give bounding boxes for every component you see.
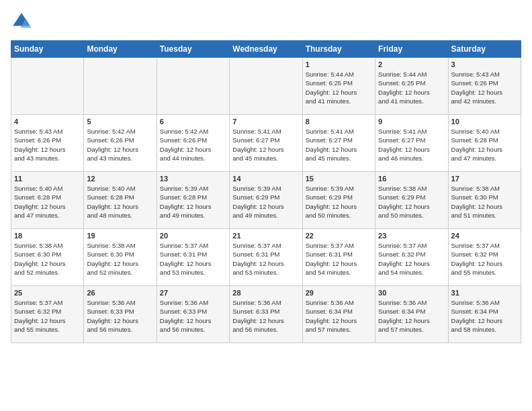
day-info: Sunrise: 5:38 AM Sunset: 6:30 PM Dayligh… — [14, 241, 81, 277]
day-info: Sunrise: 5:44 AM Sunset: 6:25 PM Dayligh… — [306, 70, 372, 105]
calendar-header: SundayMondayTuesdayWednesdayThursdayFrid… — [11, 41, 521, 58]
week-row-2: 4Sunrise: 5:43 AM Sunset: 6:26 PM Daylig… — [11, 115, 521, 172]
day-info: Sunrise: 5:36 AM Sunset: 6:33 PM Dayligh… — [232, 298, 299, 334]
day-number: 23 — [378, 232, 445, 240]
calendar-cell — [11, 58, 84, 115]
logo — [11, 11, 35, 32]
day-info: Sunrise: 5:37 AM Sunset: 6:31 PM Dayligh… — [160, 241, 226, 277]
header-row: SundayMondayTuesdayWednesdayThursdayFrid… — [11, 41, 521, 58]
calendar-cell: 5Sunrise: 5:42 AM Sunset: 6:26 PM Daylig… — [84, 115, 157, 172]
calendar-cell: 15Sunrise: 5:39 AM Sunset: 6:29 PM Dayli… — [302, 172, 375, 229]
day-number: 18 — [14, 232, 81, 240]
day-info: Sunrise: 5:37 AM Sunset: 6:32 PM Dayligh… — [378, 241, 445, 277]
day-number: 31 — [451, 289, 518, 297]
day-number: 3 — [451, 60, 518, 68]
calendar-cell: 22Sunrise: 5:37 AM Sunset: 6:31 PM Dayli… — [302, 229, 375, 286]
page-header — [11, 11, 521, 32]
week-row-1: 1Sunrise: 5:44 AM Sunset: 6:25 PM Daylig… — [11, 58, 521, 115]
day-number: 22 — [306, 232, 372, 240]
day-number: 5 — [87, 118, 153, 126]
day-info: Sunrise: 5:41 AM Sunset: 6:27 PM Dayligh… — [232, 127, 299, 163]
day-number: 27 — [160, 289, 226, 297]
day-info: Sunrise: 5:43 AM Sunset: 6:26 PM Dayligh… — [14, 127, 81, 163]
calendar-table: SundayMondayTuesdayWednesdayThursdayFrid… — [11, 40, 521, 343]
calendar-cell: 10Sunrise: 5:40 AM Sunset: 6:28 PM Dayli… — [448, 115, 521, 172]
week-row-5: 25Sunrise: 5:37 AM Sunset: 6:32 PM Dayli… — [11, 286, 521, 343]
day-number: 6 — [160, 118, 226, 126]
calendar-cell: 24Sunrise: 5:37 AM Sunset: 6:32 PM Dayli… — [448, 229, 521, 286]
calendar-cell: 18Sunrise: 5:38 AM Sunset: 6:30 PM Dayli… — [11, 229, 84, 286]
day-number: 7 — [232, 118, 299, 126]
day-number: 30 — [378, 289, 445, 297]
day-number: 26 — [87, 289, 153, 297]
calendar-cell: 8Sunrise: 5:41 AM Sunset: 6:27 PM Daylig… — [302, 115, 375, 172]
day-info: Sunrise: 5:36 AM Sunset: 6:33 PM Dayligh… — [160, 298, 226, 334]
calendar-cell — [230, 58, 302, 115]
calendar-cell: 11Sunrise: 5:40 AM Sunset: 6:28 PM Dayli… — [11, 172, 84, 229]
day-number: 13 — [160, 175, 226, 183]
day-number: 11 — [14, 175, 81, 183]
calendar-cell: 2Sunrise: 5:44 AM Sunset: 6:25 PM Daylig… — [375, 58, 448, 115]
day-info: Sunrise: 5:37 AM Sunset: 6:32 PM Dayligh… — [451, 241, 518, 277]
day-number: 24 — [451, 232, 518, 240]
calendar-cell: 31Sunrise: 5:36 AM Sunset: 6:34 PM Dayli… — [448, 286, 521, 343]
day-number: 2 — [378, 60, 445, 68]
day-number: 10 — [451, 118, 518, 126]
day-info: Sunrise: 5:40 AM Sunset: 6:28 PM Dayligh… — [451, 127, 518, 163]
day-info: Sunrise: 5:43 AM Sunset: 6:26 PM Dayligh… — [451, 70, 518, 105]
header-day-tuesday: Tuesday — [157, 41, 229, 58]
day-info: Sunrise: 5:42 AM Sunset: 6:26 PM Dayligh… — [160, 127, 226, 163]
week-row-3: 11Sunrise: 5:40 AM Sunset: 6:28 PM Dayli… — [11, 172, 521, 229]
calendar-cell: 25Sunrise: 5:37 AM Sunset: 6:32 PM Dayli… — [11, 286, 84, 343]
calendar-cell: 21Sunrise: 5:37 AM Sunset: 6:31 PM Dayli… — [230, 229, 302, 286]
calendar-cell: 12Sunrise: 5:40 AM Sunset: 6:28 PM Dayli… — [84, 172, 157, 229]
calendar-cell: 17Sunrise: 5:38 AM Sunset: 6:30 PM Dayli… — [448, 172, 521, 229]
header-day-sunday: Sunday — [11, 41, 84, 58]
day-number: 15 — [306, 175, 372, 183]
day-info: Sunrise: 5:39 AM Sunset: 6:29 PM Dayligh… — [232, 184, 299, 220]
day-info: Sunrise: 5:36 AM Sunset: 6:33 PM Dayligh… — [87, 298, 153, 334]
calendar-body: 1Sunrise: 5:44 AM Sunset: 6:25 PM Daylig… — [11, 58, 521, 343]
day-info: Sunrise: 5:36 AM Sunset: 6:34 PM Dayligh… — [451, 298, 518, 334]
day-info: Sunrise: 5:37 AM Sunset: 6:32 PM Dayligh… — [14, 298, 81, 334]
day-number: 29 — [306, 289, 372, 297]
day-info: Sunrise: 5:38 AM Sunset: 6:30 PM Dayligh… — [451, 184, 518, 220]
day-number: 16 — [378, 175, 445, 183]
day-number: 8 — [306, 118, 372, 126]
calendar-cell: 19Sunrise: 5:38 AM Sunset: 6:30 PM Dayli… — [84, 229, 157, 286]
calendar-cell: 4Sunrise: 5:43 AM Sunset: 6:26 PM Daylig… — [11, 115, 84, 172]
calendar-cell: 20Sunrise: 5:37 AM Sunset: 6:31 PM Dayli… — [157, 229, 229, 286]
day-info: Sunrise: 5:36 AM Sunset: 6:34 PM Dayligh… — [306, 298, 372, 334]
day-info: Sunrise: 5:37 AM Sunset: 6:31 PM Dayligh… — [306, 241, 372, 277]
header-day-saturday: Saturday — [448, 41, 521, 58]
day-number: 19 — [87, 232, 153, 240]
day-number: 17 — [451, 175, 518, 183]
day-info: Sunrise: 5:40 AM Sunset: 6:28 PM Dayligh… — [14, 184, 81, 220]
calendar-cell: 14Sunrise: 5:39 AM Sunset: 6:29 PM Dayli… — [230, 172, 302, 229]
day-number: 4 — [14, 118, 81, 126]
calendar-cell: 3Sunrise: 5:43 AM Sunset: 6:26 PM Daylig… — [448, 58, 521, 115]
calendar-cell: 26Sunrise: 5:36 AM Sunset: 6:33 PM Dayli… — [84, 286, 157, 343]
calendar-cell: 23Sunrise: 5:37 AM Sunset: 6:32 PM Dayli… — [375, 229, 448, 286]
day-info: Sunrise: 5:41 AM Sunset: 6:27 PM Dayligh… — [378, 127, 445, 163]
day-info: Sunrise: 5:39 AM Sunset: 6:29 PM Dayligh… — [306, 184, 372, 220]
day-info: Sunrise: 5:40 AM Sunset: 6:28 PM Dayligh… — [87, 184, 153, 220]
calendar-cell: 29Sunrise: 5:36 AM Sunset: 6:34 PM Dayli… — [302, 286, 375, 343]
calendar-cell: 27Sunrise: 5:36 AM Sunset: 6:33 PM Dayli… — [157, 286, 229, 343]
day-info: Sunrise: 5:41 AM Sunset: 6:27 PM Dayligh… — [306, 127, 372, 163]
header-day-wednesday: Wednesday — [230, 41, 302, 58]
calendar-cell — [157, 58, 229, 115]
calendar-cell: 7Sunrise: 5:41 AM Sunset: 6:27 PM Daylig… — [230, 115, 302, 172]
calendar-cell: 16Sunrise: 5:38 AM Sunset: 6:29 PM Dayli… — [375, 172, 448, 229]
day-info: Sunrise: 5:38 AM Sunset: 6:29 PM Dayligh… — [378, 184, 445, 220]
calendar-cell: 28Sunrise: 5:36 AM Sunset: 6:33 PM Dayli… — [230, 286, 302, 343]
day-info: Sunrise: 5:37 AM Sunset: 6:31 PM Dayligh… — [232, 241, 299, 277]
week-row-4: 18Sunrise: 5:38 AM Sunset: 6:30 PM Dayli… — [11, 229, 521, 286]
header-day-friday: Friday — [375, 41, 448, 58]
day-info: Sunrise: 5:42 AM Sunset: 6:26 PM Dayligh… — [87, 127, 153, 163]
calendar-cell: 13Sunrise: 5:39 AM Sunset: 6:28 PM Dayli… — [157, 172, 229, 229]
day-info: Sunrise: 5:39 AM Sunset: 6:28 PM Dayligh… — [160, 184, 226, 220]
day-number: 1 — [306, 60, 372, 68]
day-info: Sunrise: 5:38 AM Sunset: 6:30 PM Dayligh… — [87, 241, 153, 277]
day-number: 20 — [160, 232, 226, 240]
